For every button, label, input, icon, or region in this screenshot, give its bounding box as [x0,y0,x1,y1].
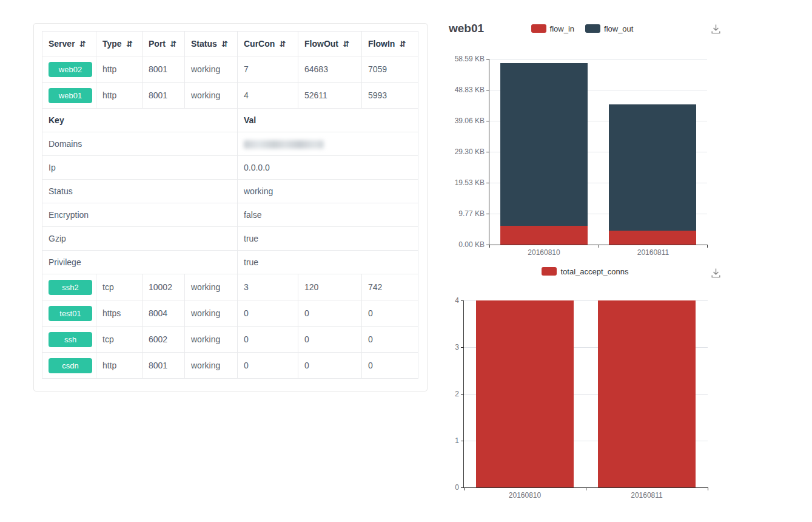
table-row-web01[interactable]: web01http8001working4526115993 [42,83,418,109]
kv-val: 0.0.0.0 [238,156,418,180]
cell-text: working [191,90,220,100]
cell-name: web02 [42,56,96,83]
server-button-web02[interactable]: web02 [49,62,92,77]
cell-status: working [185,327,238,353]
cell-text: 6002 [149,334,167,344]
column-header-status[interactable]: Status⇵ [185,32,238,56]
download-icon[interactable] [710,23,722,35]
gridline [489,121,707,121]
header-row: Server⇵Type⇵Port⇵Status⇵CurCon⇵FlowOut⇵F… [42,32,418,56]
cell-text: 120 [304,282,318,292]
column-header-label: Type [102,39,122,49]
server-button-web01[interactable]: web01 [49,88,92,103]
x-tick-label: 20160810 [464,491,586,500]
server-button-ssh[interactable]: ssh [49,332,92,347]
cell-flowout: 52611 [298,83,362,109]
gridline [464,394,708,395]
column-header-flowin[interactable]: FlowIn⇵ [362,32,418,56]
cell-curcon: 4 [238,83,298,109]
kv-header-row: KeyVal [42,109,418,132]
legend-item-flow_out[interactable]: flow_out [585,24,633,33]
kv-val: true [238,251,418,274]
legend-label: flow_in [550,24,574,33]
cell-text: 0 [368,308,373,318]
gridline [489,214,707,214]
cell-text: https [102,308,121,318]
cell-status: working [185,274,238,300]
table-row-csdn[interactable]: csdnhttp8001working000 [42,353,418,379]
cell-flowout: 0 [298,353,362,379]
server-button-csdn[interactable]: csdn [49,358,92,373]
y-tick-label: 9.77 KB [434,209,485,218]
server-button-test01[interactable]: test01 [49,306,92,321]
cell-curcon: 7 [238,56,298,83]
bar-flow_in-20160811 [609,231,696,245]
y-tick-label: 58.59 KB [434,55,485,63]
kv-val-text: working [244,186,273,196]
cell-port: 6002 [143,327,185,353]
column-header-server[interactable]: Server⇵ [42,32,96,56]
cell-name: web01 [42,83,96,109]
cell-text: tcp [102,334,114,344]
kv-val: false [238,203,418,227]
cell-text: working [191,64,220,74]
column-header-port[interactable]: Port⇵ [143,32,185,56]
bar-flow_out-20160811 [609,104,696,231]
column-header-flowout[interactable]: FlowOut⇵ [298,32,362,56]
cell-flowout: 0 [298,327,362,353]
cell-type: http [96,56,143,83]
cell-text: http [102,64,116,74]
cell-status: working [185,83,238,109]
y-axis-tick [461,487,464,488]
y-tick-label: 1 [408,436,459,445]
kv-val-text: false [244,210,262,220]
cell-type: https [96,300,143,327]
cell-text: working [191,361,220,370]
legend-swatch [531,24,546,33]
cell-flowin: 742 [362,274,418,300]
y-axis-tick [461,394,464,395]
cell-text: 0 [244,308,249,318]
cell-flowin: 0 [362,300,418,327]
column-header-curcon[interactable]: CurCon⇵ [238,32,298,56]
legend-item-flow_in[interactable]: flow_in [531,24,574,33]
cell-text: 0 [304,334,309,344]
bar-total_accept_conns-20160811 [598,300,696,487]
y-axis-tick [486,121,489,121]
kv-key: Status [42,180,238,203]
table-row-ssh[interactable]: sshtcp6002working000 [42,327,418,353]
y-tick-label: 19.53 KB [434,178,485,187]
cell-flowout: 64683 [298,56,362,83]
cell-type: tcp [96,274,143,300]
legend-item-total_accept_conns[interactable]: total_accept_conns [542,267,628,276]
table-row-ssh2[interactable]: ssh2tcp10002working3120742 [42,274,418,300]
kv-val-text: 0.0.0.0 [244,163,270,172]
column-header-label: FlowIn [368,39,395,49]
cell-port: 10002 [143,274,185,300]
cell-flowin: 7059 [362,56,418,83]
server-table: Server⇵Type⇵Port⇵Status⇵CurCon⇵FlowOut⇵F… [42,31,418,379]
column-header-type[interactable]: Type⇵ [96,32,143,56]
kv-row-encryption: Encryptionfalse [42,203,418,227]
kv-row-status: Statusworking [42,180,418,203]
kv-val-text: true [244,234,258,243]
kv-key-label: Domains [49,139,82,149]
bar-flow_in-20160810 [500,226,588,245]
server-button-ssh2[interactable]: ssh2 [49,280,92,295]
sort-icon: ⇵ [279,39,285,49]
y-axis-tick [486,214,489,214]
kv-key-label: Status [49,186,73,196]
table-row-web02[interactable]: web02http8001working7646837059 [42,56,418,83]
cell-port: 8004 [143,300,185,327]
table-row-test01[interactable]: test01https8004working000 [42,300,418,327]
cell-flowin: 0 [362,327,418,353]
y-axis-line [489,59,489,245]
kv-row-gzip: Gziptrue [42,227,418,251]
cell-status: working [185,56,238,83]
legend-swatch [585,24,600,33]
x-axis-tick [707,245,708,248]
y-axis-tick [486,59,489,59]
cell-text: working [191,334,220,344]
column-header-label: FlowOut [304,39,338,49]
download-icon[interactable] [710,267,722,279]
